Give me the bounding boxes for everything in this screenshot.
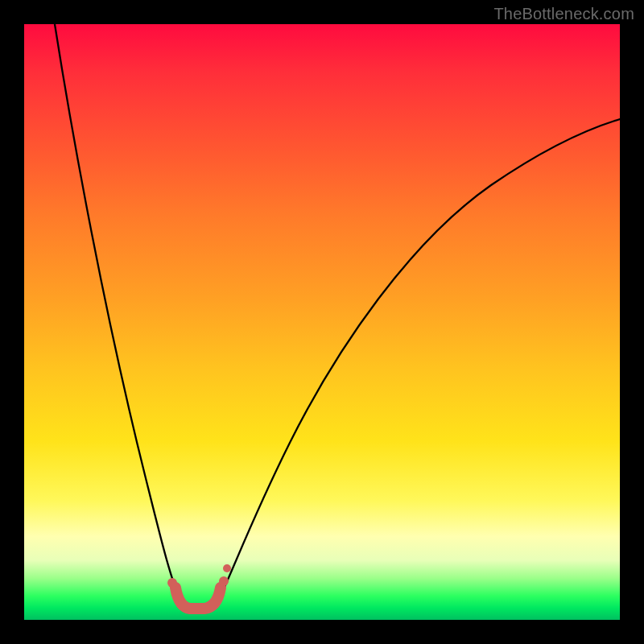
bump-dot-right-2 bbox=[213, 592, 222, 602]
curve-left-branch bbox=[55, 24, 181, 602]
plot-area bbox=[24, 24, 620, 620]
curve-layer bbox=[24, 24, 620, 620]
curve-right-branch bbox=[217, 119, 620, 602]
watermark-text: TheBottleneck.com bbox=[493, 5, 634, 23]
bump-dot-top bbox=[223, 564, 231, 572]
chart-frame: TheBottleneck.com bbox=[0, 0, 644, 644]
bump-dot-left-2 bbox=[174, 592, 184, 602]
bump-dot-left bbox=[167, 578, 177, 588]
bump-dot-right bbox=[219, 576, 229, 586]
